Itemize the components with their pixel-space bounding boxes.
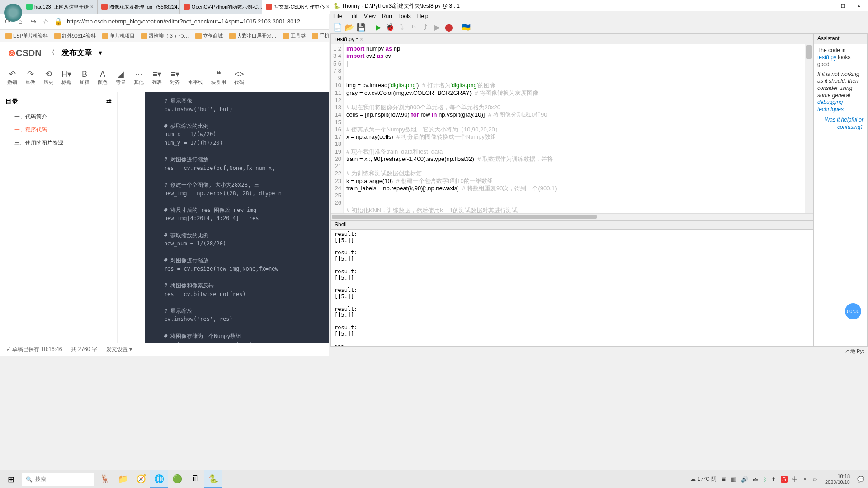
- menu-item[interactable]: View: [364, 13, 376, 19]
- notifications-icon[interactable]: 💬: [857, 476, 864, 483]
- ime-mode[interactable]: 中: [792, 475, 798, 483]
- menu-item[interactable]: File: [333, 13, 342, 19]
- assistant-tab[interactable]: Assistant: [814, 34, 867, 44]
- page-title: 发布文章: [61, 47, 92, 58]
- toolbar-button[interactable]: A颜色: [94, 68, 111, 87]
- task-item[interactable]: 🟢: [168, 470, 186, 488]
- debug-icon[interactable]: 🐞: [386, 23, 395, 32]
- tray-icon[interactable]: ▣: [721, 476, 726, 483]
- task-item-thonny[interactable]: 🐍: [204, 470, 222, 488]
- network-icon[interactable]: 🖧: [753, 476, 759, 483]
- tab-close-icon[interactable]: ×: [326, 4, 330, 10]
- ime-icon[interactable]: S: [781, 476, 788, 483]
- toc-item[interactable]: 一、程序代码: [5, 123, 112, 136]
- tray-icon[interactable]: ▥: [731, 476, 736, 483]
- bookmark-item[interactable]: 工具类: [280, 32, 308, 40]
- tab-close-icon[interactable]: ×: [90, 4, 94, 10]
- toolbar-button[interactable]: B加粗: [76, 68, 93, 87]
- tray-icon[interactable]: ⬆: [771, 476, 776, 483]
- toolbar-button[interactable]: <>代码: [231, 68, 248, 87]
- toolbar-button[interactable]: ≡▾对齐: [166, 68, 184, 87]
- weather-widget[interactable]: ☁ 17°C 阴: [690, 475, 717, 483]
- bookmark-item[interactable]: 跟谁聊（ 3 ）つ…: [138, 32, 192, 40]
- editor-content[interactable]: # 显示图像 cv.imshow('buf', buf) # 获取缩放的比例 n…: [118, 92, 329, 343]
- toolbar-button[interactable]: ≡▾列表: [148, 68, 165, 87]
- feedback-link[interactable]: Was it helpful or confusing?: [825, 117, 863, 130]
- step-into-icon[interactable]: ⤷: [409, 23, 418, 32]
- menu-item[interactable]: Edit: [348, 13, 358, 19]
- toc-item[interactable]: 三、使用的图片资源: [5, 136, 112, 150]
- assistant-file-link[interactable]: test8.py: [817, 54, 836, 61]
- toc-toggle-icon[interactable]: ⇄: [106, 98, 112, 106]
- clock[interactable]: 10:18 2023/10/18: [822, 474, 853, 485]
- back-icon[interactable]: 〈: [48, 48, 55, 57]
- save-file-icon[interactable]: 💾: [357, 23, 366, 32]
- profile-avatar[interactable]: [4, 4, 22, 22]
- open-file-icon[interactable]: 📂: [345, 23, 354, 32]
- star-icon[interactable]: ☆: [42, 18, 50, 26]
- toolbar-button[interactable]: ···其他: [130, 68, 147, 87]
- toolbar-label: 水平线: [188, 79, 203, 86]
- toolbar-button[interactable]: H▾标题: [58, 68, 75, 87]
- browser-tab[interactable]: 写文章-CSDN创作中心×: [262, 0, 334, 14]
- step-out-icon[interactable]: ⤴: [421, 23, 430, 32]
- browser-tab[interactable]: hao123_上网从这里开始×: [23, 0, 98, 14]
- bookmark-item[interactable]: 红外90614资料: [52, 32, 99, 40]
- menu-item[interactable]: Run: [382, 13, 392, 19]
- csdn-logo[interactable]: CSDN: [8, 47, 42, 58]
- maximize-button[interactable]: ☐: [837, 1, 849, 10]
- toolbar-button[interactable]: ↷重做: [22, 68, 39, 87]
- publish-settings[interactable]: 发文设置 ▾: [106, 346, 132, 353]
- thonny-titlebar[interactable]: 🐍Thonny - D:\Python3\新建文件夹\test8.py @ 3 …: [330, 0, 868, 11]
- new-file-icon[interactable]: 📄: [333, 23, 342, 32]
- task-item[interactable]: 🧭: [132, 470, 150, 488]
- close-button[interactable]: ✕: [852, 1, 865, 10]
- toolbar-button[interactable]: ❝块引用: [208, 68, 230, 87]
- bookmark-item[interactable]: 手机自动控制: [309, 32, 329, 40]
- tray-icon[interactable]: ✧: [802, 476, 807, 483]
- task-item-chrome[interactable]: 🌐: [150, 470, 168, 488]
- editor-tab[interactable]: test8.py * ×: [331, 34, 813, 44]
- shell-tab[interactable]: Shell: [331, 221, 813, 230]
- bluetooth-icon[interactable]: ᛒ: [763, 476, 767, 483]
- toolbar-button[interactable]: ◢背景: [112, 68, 129, 87]
- code-editor[interactable]: import numpy as np import cv2 as cv | im…: [344, 44, 805, 213]
- debugging-link[interactable]: debugging techniques: [817, 99, 844, 113]
- minimize-button[interactable]: ─: [821, 1, 834, 10]
- run-icon[interactable]: ▶: [374, 23, 383, 32]
- shell-output[interactable]: result: [[5.]] result: [[5.]] result: [[…: [331, 230, 813, 346]
- task-item[interactable]: 🦌: [96, 470, 114, 488]
- volume-icon[interactable]: 🔊: [741, 476, 748, 483]
- browser-tab[interactable]: OpenCV-Python的函数示例-C…×: [180, 0, 262, 14]
- taskbar-search[interactable]: 🔍搜索: [22, 473, 94, 486]
- toolbar-button[interactable]: ⟲历史: [40, 68, 57, 87]
- forward-icon[interactable]: ↪: [29, 18, 37, 26]
- toc-item[interactable]: 一、代码简介: [5, 110, 112, 123]
- toolbar-label: 背景: [116, 79, 126, 86]
- browser-tab[interactable]: 图像获取及处理_qq_75568224…×: [98, 0, 180, 14]
- url-field[interactable]: https://mp.csdn.net/mp_blog/creation/edi…: [67, 18, 326, 25]
- code-block: # 显示图像 cv.imshow('buf', buf) # 获取缩放的比例 n…: [145, 92, 329, 343]
- bookmark-item[interactable]: 单片机项目: [99, 32, 137, 40]
- dropdown-icon[interactable]: ▾: [99, 48, 102, 57]
- bookmark-item[interactable]: 立创商城: [193, 32, 226, 40]
- recording-badge[interactable]: 00:00: [845, 303, 861, 319]
- tab-close-icon[interactable]: ×: [360, 36, 363, 42]
- vertical-scrollbar[interactable]: [805, 44, 813, 213]
- menu-item[interactable]: Help: [417, 13, 429, 19]
- toolbar-button[interactable]: ↶撤销: [4, 68, 21, 87]
- stop-icon[interactable]: ⬤: [444, 23, 453, 32]
- bookmark-item[interactable]: ESP单片机资料: [3, 32, 51, 40]
- horizontal-scrollbar[interactable]: [331, 213, 813, 220]
- menu-item[interactable]: Tools: [398, 13, 411, 19]
- task-item[interactable]: 🖩: [186, 470, 204, 488]
- step-over-icon[interactable]: ⤵: [397, 23, 406, 32]
- task-item[interactable]: 📁: [114, 470, 132, 488]
- tray-icon[interactable]: ☺: [812, 476, 818, 483]
- toolbar-button[interactable]: —水平线: [184, 68, 207, 87]
- resume-icon[interactable]: ▶: [433, 23, 442, 32]
- toc-title: 目录: [5, 98, 18, 106]
- start-button[interactable]: ⊞: [0, 470, 22, 488]
- bookmark-item[interactable]: 大彩串口屏开发…: [226, 32, 279, 40]
- flag-icon[interactable]: 🇺🇦: [462, 23, 471, 32]
